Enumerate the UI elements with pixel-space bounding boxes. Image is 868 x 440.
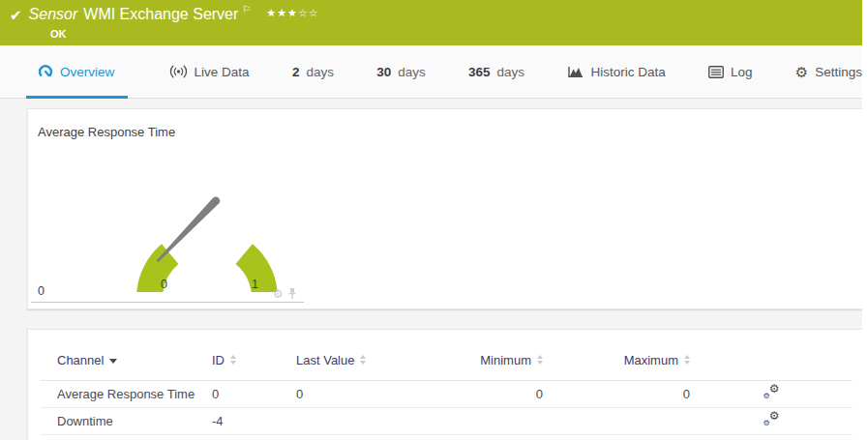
table-row-downtime: Downtime -4 ⚙⚙ (41, 407, 853, 434)
tab-unit: days (497, 65, 525, 79)
tab-label: Overview (60, 65, 114, 79)
sensor-header-banner: ✔ Sensor WMI Exchange Server ⚐ ★★★☆☆ OK (0, 0, 862, 45)
tab-live-data[interactable]: Live Data (167, 45, 252, 98)
gauge-icon (38, 64, 53, 79)
channel-table: Channel ID Last Value Minimum Maximum (41, 330, 853, 435)
column-header-minimum[interactable]: Minimum (441, 330, 543, 380)
gauge-scale-max: 1 (252, 278, 258, 291)
tab-number: 365 (468, 65, 491, 79)
tab-label: Live Data (195, 65, 250, 79)
gauge-axis-line (31, 302, 304, 303)
sort-both-icon (684, 355, 690, 365)
cell-last-value: 0 (296, 380, 441, 407)
cell-id: 0 (212, 380, 296, 407)
channel-table-panel: Channel ID Last Value Minimum Maximum (27, 329, 864, 440)
column-header-last-value[interactable]: Last Value (296, 330, 441, 380)
cell-id: -4 (212, 407, 296, 434)
sort-both-icon (360, 355, 366, 365)
channel-settings-gears-icon[interactable]: ⚙⚙ (763, 385, 780, 399)
tab-2-days[interactable]: 2 days (290, 45, 336, 98)
column-header-id[interactable]: ID (212, 330, 296, 380)
gauge-settings-gear-icon[interactable]: ⚙ (273, 288, 284, 300)
cell-channel: Average Response Time (41, 380, 212, 407)
gauge-needle (155, 195, 222, 264)
cell-last-value (296, 407, 441, 434)
tab-historic-data[interactable]: Historic Data (565, 45, 667, 98)
cell-minimum (441, 407, 543, 434)
header-label: ID (212, 353, 224, 367)
sensor-kind-label: Sensor (29, 6, 78, 23)
tab-label: Historic Data (590, 65, 665, 79)
status-ok-check-icon: ✔ (10, 7, 22, 24)
tab-bar: Overview Live Data 2 days 30 days 365 da… (0, 45, 862, 99)
priority-flag-icon[interactable]: ⚐ (242, 4, 251, 15)
header-label: Maximum (624, 353, 678, 367)
column-header-channel[interactable]: Channel (41, 330, 212, 380)
header-label: Minimum (480, 353, 531, 367)
gauge-panel: Average Response Time 0 1 0 ⚙ (27, 108, 864, 309)
stars-empty[interactable]: ☆☆ (298, 7, 319, 18)
tab-unit: days (306, 65, 334, 79)
sensor-title: WMI Exchange Server (83, 6, 238, 23)
sensor-status-text: OK (50, 28, 67, 40)
tab-30-days[interactable]: 30 days (374, 45, 428, 98)
channel-table-header-row: Channel ID Last Value Minimum Maximum (41, 330, 853, 380)
broadcast-icon (169, 65, 188, 78)
pin-icon[interactable] (287, 287, 297, 300)
tab-label: Log (731, 65, 753, 79)
gauge-axis-zero-label: 0 (38, 284, 45, 298)
area-chart-icon (567, 65, 584, 78)
cell-maximum (543, 407, 690, 434)
priority-stars[interactable]: ★★★☆☆ (266, 7, 318, 19)
column-header-actions (690, 330, 853, 380)
sort-both-icon (537, 355, 543, 365)
cell-channel: Downtime (41, 407, 212, 434)
stars-filled[interactable]: ★★★ (266, 7, 298, 18)
tab-unit: days (398, 65, 426, 79)
tab-label: Settings (815, 65, 862, 79)
channel-settings-gears-icon[interactable]: ⚙⚙ (763, 412, 780, 426)
header-label: Last Value (296, 353, 354, 367)
column-header-maximum[interactable]: Maximum (543, 330, 690, 380)
log-list-icon (708, 66, 724, 78)
tab-overview[interactable]: Overview (26, 45, 128, 98)
tab-number: 30 (376, 65, 391, 79)
response-time-gauge (125, 128, 289, 292)
tab-settings[interactable]: ⚙ Settings (793, 45, 864, 98)
tab-log[interactable]: Log (706, 45, 755, 98)
scrollbar-track[interactable] (862, 0, 868, 440)
gauge-scale-min: 0 (161, 278, 167, 291)
cell-minimum: 0 (441, 380, 543, 407)
sort-both-icon (230, 355, 236, 365)
cell-maximum: 0 (543, 380, 690, 407)
tab-number: 2 (292, 65, 300, 79)
tab-365-days[interactable]: 365 days (466, 45, 526, 98)
header-label: Channel (57, 353, 104, 367)
sort-desc-icon (109, 359, 117, 364)
gear-icon: ⚙ (795, 65, 808, 79)
table-row-average-response-time: Average Response Time 0 0 0 0 ⚙⚙ (41, 380, 853, 407)
